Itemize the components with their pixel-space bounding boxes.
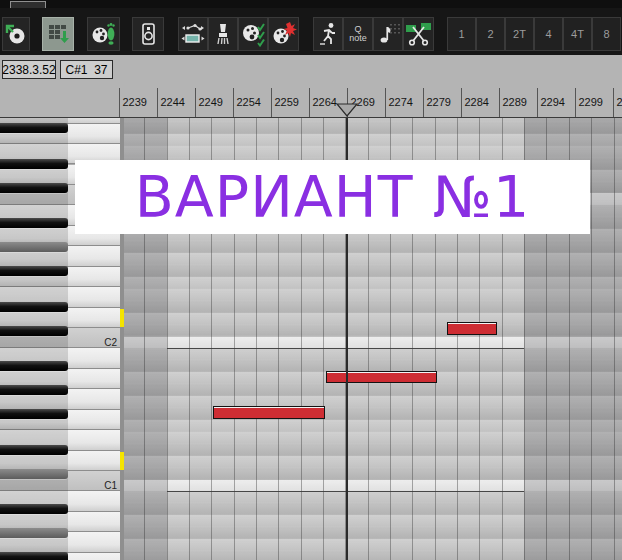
octave-label: C1 xyxy=(77,480,117,492)
note-columns-icon xyxy=(375,21,401,47)
ruler-tick xyxy=(309,88,310,118)
palette-burst-icon xyxy=(270,21,297,47)
piano-key-black[interactable] xyxy=(0,445,68,455)
ruler-tick-label: 2294 xyxy=(541,96,565,108)
speaker-button[interactable] xyxy=(132,17,164,51)
quantize-note-label: Q note xyxy=(349,25,367,43)
piano-key-black[interactable] xyxy=(0,159,68,169)
note-columns-button[interactable] xyxy=(373,17,403,51)
palette-check-button[interactable] xyxy=(238,17,268,51)
palette-burst-button[interactable] xyxy=(268,17,299,51)
time-position-readout: 2338.3.52 xyxy=(2,60,56,79)
note-readout: C#1 37 xyxy=(60,60,113,79)
node-select-button[interactable] xyxy=(178,17,208,51)
ruler-tick-label: 2289 xyxy=(503,96,527,108)
grid-div-2T-button[interactable]: 2T xyxy=(505,17,534,51)
piano-key-black[interactable] xyxy=(0,326,68,336)
dock-tab[interactable] xyxy=(10,1,46,8)
midi-note[interactable] xyxy=(326,371,437,383)
ruler-tick xyxy=(119,88,120,118)
piano-key-black-pressed[interactable] xyxy=(0,469,68,479)
midi-note[interactable] xyxy=(447,322,497,335)
grid-div-1-button[interactable]: 1 xyxy=(447,17,476,51)
grid-div-4-button[interactable]: 4 xyxy=(534,17,563,51)
time-ruler[interactable]: 2239224422492254225922642269227422792284… xyxy=(0,88,622,118)
disk-refresh-button[interactable] xyxy=(2,17,30,51)
variant-banner: ВАРИАНТ №1 xyxy=(75,160,590,234)
grid-dock-icon xyxy=(45,21,71,47)
running-man-button[interactable] xyxy=(313,17,343,51)
piano-key-black-pressed[interactable] xyxy=(0,242,68,252)
ruler-tick-label: 2279 xyxy=(427,96,451,108)
ruler-tick-label: 2249 xyxy=(199,96,223,108)
octave-label: C2 xyxy=(77,337,117,349)
piano-key-black[interactable] xyxy=(0,504,68,514)
ruler-tick-label: 2304 xyxy=(617,96,622,108)
brush-icon xyxy=(211,21,235,47)
grid-div-2-button[interactable]: 2 xyxy=(476,17,505,51)
ruler-tick-label: 2299 xyxy=(579,96,603,108)
toolbar: Q note 1 2 2T xyxy=(0,0,622,55)
piano-key-black[interactable] xyxy=(0,361,68,371)
ruler-tick-label: 2254 xyxy=(237,96,261,108)
quantize-note-button[interactable]: Q note xyxy=(343,17,373,51)
speaker-icon xyxy=(136,21,160,47)
window-top-strip xyxy=(0,0,622,8)
piano-key-black[interactable] xyxy=(0,385,68,395)
ruler-tick xyxy=(157,88,158,118)
piano-key-black[interactable] xyxy=(0,552,68,560)
ruler-tick xyxy=(461,88,462,118)
piano-key-black-pressed[interactable] xyxy=(0,528,68,538)
ruler-tick xyxy=(537,88,538,118)
palette-check-icon xyxy=(240,21,266,47)
ruler-tick-label: 2239 xyxy=(123,96,147,108)
palette-footprint-icon xyxy=(90,21,118,47)
ruler-tick-label: 2264 xyxy=(313,96,337,108)
ruler-tick xyxy=(195,88,196,118)
disk-refresh-icon xyxy=(4,22,28,46)
ruler-tick-label: 2259 xyxy=(275,96,299,108)
piano-key-black[interactable] xyxy=(0,183,68,193)
node-select-icon xyxy=(180,21,206,47)
playhead-marker-icon[interactable] xyxy=(336,103,358,117)
ruler-tick xyxy=(499,88,500,118)
variant-banner-text: ВАРИАНТ №1 xyxy=(135,160,530,234)
split-scissors-button[interactable] xyxy=(403,17,434,51)
grid-div-8-button[interactable]: 8 xyxy=(592,17,621,51)
midi-note[interactable] xyxy=(213,406,325,419)
ruler-tick xyxy=(385,88,386,118)
grid-div-4T-button[interactable]: 4T xyxy=(563,17,592,51)
grid-dock-button[interactable] xyxy=(42,17,74,51)
ruler-tick xyxy=(423,88,424,118)
midi-editor-window: Q note 1 2 2T xyxy=(0,0,622,560)
ruler-tick-label: 2284 xyxy=(465,96,489,108)
split-scissors-icon xyxy=(405,21,432,47)
piano-key-black[interactable] xyxy=(0,409,68,419)
ruler-tick-label: 2274 xyxy=(389,96,413,108)
piano-key-black[interactable] xyxy=(0,302,68,312)
running-man-icon xyxy=(315,21,341,47)
ruler-tick xyxy=(271,88,272,118)
brush-button[interactable] xyxy=(208,17,238,51)
palette-footprint-button[interactable] xyxy=(87,17,120,51)
piano-key-black[interactable] xyxy=(0,266,68,276)
ruler-tick xyxy=(613,88,614,118)
ruler-tick xyxy=(233,88,234,118)
ruler-tick-label: 2244 xyxy=(161,96,185,108)
ruler-tick xyxy=(575,88,576,118)
piano-key-black[interactable] xyxy=(0,218,68,228)
piano-key-black[interactable] xyxy=(0,123,68,133)
